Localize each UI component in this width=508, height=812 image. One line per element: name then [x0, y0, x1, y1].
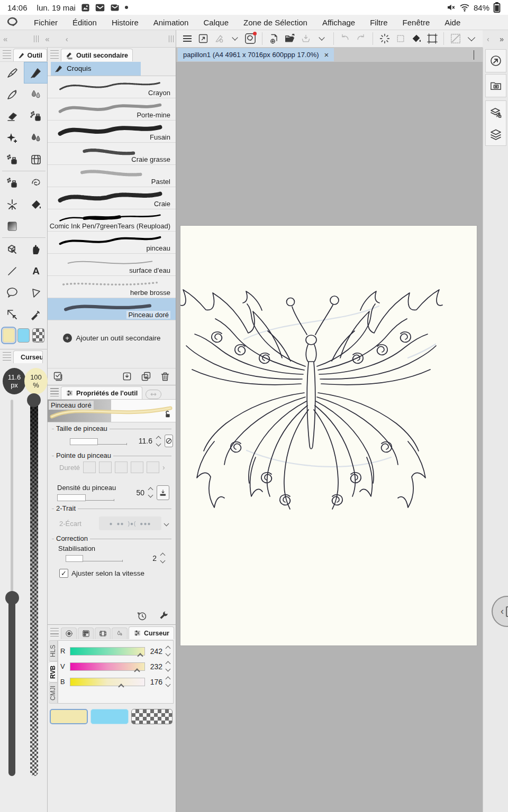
clip-studio-logo[interactable]	[6, 16, 19, 29]
tool-eyedropper[interactable]	[24, 303, 48, 325]
menu-calque[interactable]: Calque	[196, 15, 236, 30]
tool-object[interactable]	[0, 238, 24, 260]
tab-outil-secondaire[interactable]: Outil secondaire	[61, 49, 133, 61]
hardness-option-3[interactable]	[115, 462, 128, 473]
tab-color-history-icon[interactable]	[95, 628, 111, 639]
settings-wrench-icon[interactable]	[159, 611, 169, 621]
tool-pen-selected[interactable]	[24, 62, 48, 84]
mode-rvb-tab[interactable]: RVB	[49, 661, 58, 682]
density-slider[interactable]	[57, 493, 114, 501]
gap2-preview[interactable]: ●●●)●(●●●	[99, 516, 161, 530]
pen-link-icon[interactable]	[212, 32, 226, 45]
stabilisation-slider[interactable]	[66, 554, 123, 562]
hardness-more-icon[interactable]: ›	[162, 463, 165, 472]
multi-select-icon[interactable]	[53, 371, 64, 382]
tool-spray-2[interactable]	[0, 172, 24, 193]
dock-grip-2[interactable]	[169, 35, 174, 42]
save-dropdown-icon[interactable]	[315, 32, 329, 45]
brush-item-comic-ink[interactable]: Comic Ink Pen/7greenTears (Reupload)	[48, 209, 176, 232]
transparent-large-swatch[interactable]	[131, 709, 173, 724]
brush-size-dynamics-button[interactable]	[165, 435, 173, 447]
red-spinner[interactable]	[165, 647, 171, 656]
menu-fenetre[interactable]: Fenêtre	[395, 15, 438, 30]
reselect-icon[interactable]	[394, 32, 407, 45]
tool-airbrush[interactable]	[24, 105, 48, 127]
tab-curseur-left[interactable]: Curseur	[13, 350, 43, 363]
tool-palette-menu-icon[interactable]	[3, 50, 11, 59]
tab-mixing-icon[interactable]	[112, 628, 128, 639]
menu-aide[interactable]: Aide	[437, 15, 468, 30]
tool-balloon[interactable]	[0, 282, 24, 303]
color-menu-icon[interactable]	[50, 628, 59, 636]
collapse-left-icon[interactable]: «	[0, 34, 11, 43]
opacity-slider-knob[interactable]	[27, 393, 41, 407]
hamburger-menu-icon[interactable]	[180, 32, 194, 45]
tool-dip-pen[interactable]	[0, 62, 24, 84]
tool-spray[interactable]	[0, 149, 24, 170]
tab-proprietes[interactable]: Propriétés de l'outil	[61, 386, 142, 399]
transparent-color-swatch[interactable]	[32, 328, 44, 343]
fill-icon[interactable]	[410, 32, 423, 45]
red-slider[interactable]	[70, 647, 145, 656]
subtool-group-croquis[interactable]: Croquis	[51, 62, 141, 76]
mode-hls-tab[interactable]: HLS	[49, 640, 58, 661]
menu-histoire[interactable]: Histoire	[104, 15, 146, 30]
transform-icon[interactable]	[425, 32, 439, 45]
tab-curseur[interactable]: Curseur	[129, 626, 174, 639]
density-spinner[interactable]	[148, 488, 153, 497]
main-color-swatch[interactable]	[3, 328, 15, 343]
brush-item-crayon[interactable]: Crayon	[48, 76, 176, 98]
props-menu-icon[interactable]	[50, 388, 59, 396]
density-dynamics-button[interactable]	[157, 485, 169, 500]
brush-size-slider-track[interactable]	[11, 400, 13, 599]
density-value[interactable]: 50	[129, 488, 144, 497]
hardness-option-1[interactable]	[83, 462, 96, 473]
stabilisation-value[interactable]: 2	[141, 554, 157, 562]
brush-item-surface-eau[interactable]: surface d'eau	[48, 254, 176, 276]
tool-fill[interactable]	[24, 193, 48, 215]
rail-expand-icon[interactable]: »	[500, 35, 504, 43]
brush-item-pinceau[interactable]: pinceau	[48, 232, 176, 254]
rail-back-icon[interactable]: ‹	[487, 35, 489, 43]
brush-item-craie-grasse[interactable]: Craie grasse	[48, 143, 176, 165]
tool-decoration[interactable]	[0, 127, 24, 149]
blue-slider[interactable]	[70, 678, 145, 686]
document-tab[interactable]: papillon1 (A4 4961 x 7016px 600ppp 17.0%…	[178, 48, 334, 61]
fullscreen-icon[interactable]	[196, 32, 210, 45]
red-value[interactable]: 242	[148, 647, 162, 656]
brush-item-porte-mine[interactable]: Porte-mine	[48, 98, 176, 121]
tool-blend-dark[interactable]	[24, 127, 48, 149]
tool-lasso[interactable]	[24, 172, 48, 193]
blue-value[interactable]: 176	[148, 678, 162, 686]
menu-affichage[interactable]: Affichage	[315, 15, 362, 30]
tab-color-set-icon[interactable]	[78, 628, 94, 639]
brush-item-craie[interactable]: Craie	[48, 187, 176, 209]
deselect-icon[interactable]	[378, 32, 392, 45]
canvas-page[interactable]	[180, 226, 477, 645]
hardness-option-5[interactable]	[147, 462, 159, 473]
ruler-snap-icon[interactable]	[449, 32, 462, 45]
sub-color-large-swatch[interactable]	[90, 709, 129, 724]
tool-gradient[interactable]	[0, 215, 24, 237]
menu-fichier[interactable]: Fichier	[26, 15, 65, 30]
tool-brush[interactable]	[0, 84, 24, 105]
undo-icon[interactable]	[338, 32, 352, 45]
import-subtool-icon[interactable]	[122, 371, 132, 382]
brush-size-spinner[interactable]	[156, 437, 161, 446]
redo-icon[interactable]	[354, 32, 368, 45]
duplicate-subtool-icon[interactable]	[141, 371, 151, 382]
navigator-button[interactable]	[485, 49, 506, 72]
tab-list-dropdown-icon[interactable]	[474, 50, 474, 60]
brush-size-slider[interactable]	[70, 437, 127, 445]
add-subtool-button[interactable]: + Ajouter un outil secondaire	[48, 330, 176, 346]
sub-color-swatch[interactable]	[17, 328, 30, 343]
tab-color-wheel-icon[interactable]	[61, 628, 77, 639]
cursor-panel-menu-icon[interactable]	[3, 352, 11, 361]
reset-settings-icon[interactable]	[137, 611, 147, 621]
tool-wand[interactable]	[0, 193, 24, 215]
canvas-viewport[interactable]	[176, 62, 483, 812]
hardness-option-2[interactable]	[99, 462, 112, 473]
tool-line[interactable]	[0, 260, 24, 282]
tool-eraser[interactable]	[0, 105, 24, 127]
brush-item-pinceau-dore[interactable]: Pinceau doré	[48, 298, 176, 320]
